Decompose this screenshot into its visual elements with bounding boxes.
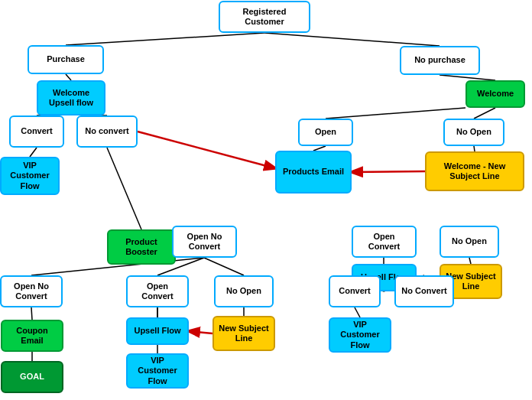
svg-line-8 xyxy=(30,148,37,157)
svg-line-21 xyxy=(31,307,32,320)
svg-line-25 xyxy=(355,307,360,317)
open-convert-right-node: Open Convert xyxy=(352,226,417,258)
svg-line-11 xyxy=(107,148,141,229)
no-purchase-node: No purchase xyxy=(400,46,480,75)
welcome-upsell-node: Welcome Upsell flow xyxy=(37,80,105,115)
svg-line-7 xyxy=(474,108,495,119)
svg-line-6 xyxy=(326,108,466,119)
registered-customer-node: Registered Customer xyxy=(219,1,310,33)
purchase-node: Purchase xyxy=(28,45,104,74)
no-convert-node: No convert xyxy=(76,115,138,148)
welcome-new-subject-node: Welcome - New Subject Line xyxy=(425,151,524,191)
vip-customer-flow2-node: VIP Customer Flow xyxy=(126,353,189,389)
open-node: Open xyxy=(298,119,353,146)
no-convert-right-node: No Convert xyxy=(394,275,454,307)
svg-line-0 xyxy=(66,33,264,45)
svg-line-1 xyxy=(264,33,440,46)
svg-line-15 xyxy=(204,258,244,275)
no-open-node: No Open xyxy=(443,119,504,146)
new-subject-line-node: New Subject Line xyxy=(212,316,275,351)
products-email-node: Products Email xyxy=(275,151,352,193)
vip-customer-right-node: VIP Customer Flow xyxy=(329,317,391,353)
convert-right-node: Convert xyxy=(329,275,381,307)
coupon-email-node: Coupon Email xyxy=(1,320,63,352)
no-open2-node: No Open xyxy=(214,275,274,307)
svg-line-26 xyxy=(352,171,425,172)
open-no-convert-node: Open No Convert xyxy=(172,226,237,258)
svg-line-10 xyxy=(474,146,475,151)
svg-line-17 xyxy=(469,258,471,264)
upsell-flow2-node: Upsell Flow xyxy=(126,317,189,345)
open-convert2-node: Open Convert xyxy=(126,275,189,307)
no-open-right-node: No Open xyxy=(440,226,499,258)
svg-line-2 xyxy=(66,74,71,80)
product-booster-node: Product Booster xyxy=(107,229,176,265)
svg-line-29 xyxy=(189,331,212,333)
svg-line-27 xyxy=(138,132,275,168)
diagram: Registered Customer Purchase No purchase… xyxy=(0,0,532,400)
svg-line-3 xyxy=(440,75,495,80)
welcome-node: Welcome xyxy=(466,80,525,108)
convert-node: Convert xyxy=(9,115,64,148)
goal-node: GOAL xyxy=(1,361,63,393)
open-no-convert2-node: Open No Convert xyxy=(0,275,63,307)
vip-customer-node: VIP Customer Flow xyxy=(0,157,60,195)
